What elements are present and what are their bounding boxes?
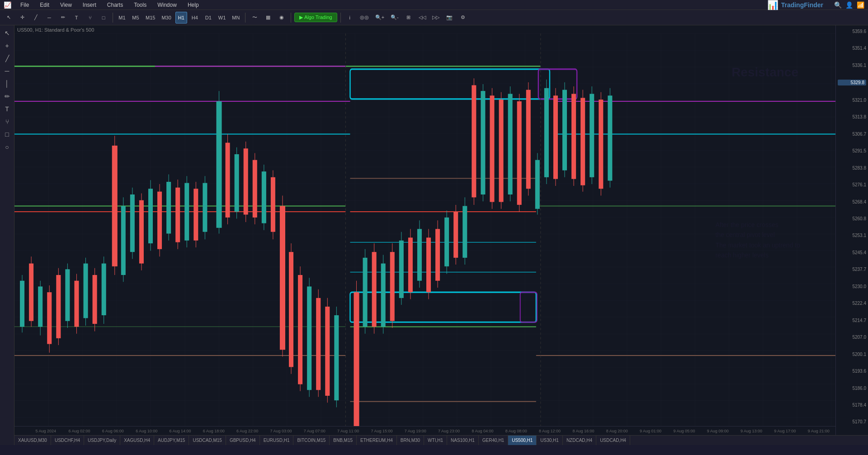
crosshair-tool[interactable]: ✛ [16,12,28,24]
price-5214: 5214.7 [838,318,866,323]
tab-nas100-h1[interactable]: NAS100,H1 [447,436,479,445]
sep1 [113,13,113,23]
hline-tool[interactable]: ─ [43,12,55,24]
tab-bnb-m15[interactable]: BNB,M15 [330,436,357,445]
toolbar: ↖ ✛ ╱ ─ ✏ T ⑂ □ M1 M5 M15 M30 H1 H4 D1 W… [0,10,868,25]
tool-vline[interactable]: │ [1,78,13,90]
objects-btn[interactable]: ◎◎ [358,12,371,24]
tool-crosshair[interactable]: + [1,40,13,52]
time-18: 9 Aug 01:00 [634,429,667,433]
chart-type-toggle[interactable]: ◉ [276,12,288,24]
menu-insert[interactable]: Insert [81,1,98,9]
chart-area[interactable]: Resistance After the price crosses the c… [14,25,835,445]
chart-type-bar[interactable]: ▦ [262,12,274,24]
line-tool[interactable]: ╱ [30,12,42,24]
chart-type-line[interactable]: 〜 [249,12,260,24]
tab-ethereum-h4[interactable]: ETHEREUM,H4 [357,436,397,445]
timeframe-w1[interactable]: W1 [216,12,228,24]
timeframe-h1[interactable]: H1 [175,12,187,24]
tab-xagusd-h4[interactable]: XAGUSD,H4 [120,436,154,445]
play-icon: ▶ [299,14,303,20]
shapes-tool[interactable]: □ [98,12,109,24]
tab-xauusd-m30[interactable]: XAUUSD,M30 [14,436,51,445]
zoom-out-btn[interactable]: 🔍- [388,12,401,24]
algo-trading-button[interactable]: ▶ Algo Trading [294,13,337,22]
time-9: 7 Aug 11:00 [331,429,365,433]
tool-hline[interactable]: ─ [1,65,13,77]
tab-us30-h1[interactable]: US30,H1 [537,436,563,445]
tab-bitcoin-m15[interactable]: BITCOIN,M15 [293,436,330,445]
tab-eurusd-h1[interactable]: EURUSD,H1 [260,436,294,445]
logo-text: TradingFinder [781,1,823,9]
search-icon[interactable]: 🔍 [834,1,842,9]
tab-usdjpy-daily[interactable]: USDJPY,Daily [84,436,120,445]
tab-ger40-h1[interactable]: GER40,H1 [479,436,508,445]
time-16: 8 Aug 16:00 [566,429,600,433]
tabs-bar: XAUUSD,M30 USDCHF,H4 USDJPY,Daily XAGUSD… [14,435,868,445]
time-10: 7 Aug 15:00 [365,429,398,433]
tab-brn-m30[interactable]: BRN,M30 [397,436,424,445]
price-5245: 5245.4 [838,250,866,255]
tab-us500-h1[interactable]: US500,H1 [508,436,537,445]
price-5230: 5230.0 [838,284,866,289]
tool-cursor[interactable]: ↖ [1,27,13,39]
time-4: 6 Aug 14:00 [163,429,197,433]
tab-gbpusd-h4[interactable]: GBPUSD,H4 [226,436,260,445]
tool-line[interactable]: ╱ [1,52,13,64]
tab-usdcad-h4[interactable]: USDCAD,H4 [596,436,630,445]
menu-help[interactable]: Help [186,1,201,9]
time-5: 6 Aug 18:00 [197,429,231,433]
fib-tool[interactable]: ⑂ [84,12,96,24]
signal-icon[interactable]: 📶 [857,1,864,9]
scrollright-btn[interactable]: ▷▷ [430,12,442,24]
tab-usdcad-m15[interactable]: USDCAD,M15 [189,436,226,445]
tab-wti-h1[interactable]: WTI,H1 [424,436,447,445]
menu-file[interactable]: File [19,1,31,9]
time-23: 9 Aug 21:00 [802,429,835,433]
scrollleft-btn[interactable]: ◁◁ [416,12,428,24]
menu-tools[interactable]: Tools [132,1,148,9]
menu-edit[interactable]: Edit [38,1,51,9]
indicators-btn[interactable]: i [344,12,356,24]
time-19: 9 Aug 05:00 [667,429,701,433]
screenshot-btn[interactable]: 📷 [443,12,455,24]
tool-text[interactable]: T [1,103,13,115]
zoom-in-btn[interactable]: 🔍+ [373,12,387,24]
tool-ellipse[interactable]: ○ [1,141,13,153]
tab-audjpy-m15[interactable]: AUDJPY,M15 [154,436,189,445]
tool-pencil[interactable]: ✏ [1,90,13,102]
main-area: ↖ + ╱ ─ │ ✏ T ⑂ □ ○ US500, H1: Standard … [0,25,868,445]
text-tool[interactable]: T [71,12,82,24]
tab-nzdcad-h4[interactable]: NZDCAD,H4 [563,436,596,445]
menu-charts[interactable]: Charts [105,1,125,9]
price-5207: 5207.0 [838,335,866,340]
timeframe-d1[interactable]: D1 [203,12,214,24]
timeframe-m5[interactable]: M5 [130,12,142,24]
time-21: 9 Aug 13:00 [735,429,768,433]
pencil-tool[interactable]: ✏ [57,12,69,24]
timeframe-mn[interactable]: MN [230,12,242,24]
time-8: 7 Aug 07:00 [298,429,331,433]
properties-btn[interactable]: ⚙ [457,12,469,24]
time-11: 7 Aug 19:00 [399,429,432,433]
price-5336: 5336.1 [838,63,866,68]
user-icon[interactable]: 👤 [845,1,853,9]
timeframe-m1[interactable]: M1 [116,12,128,24]
logo-icon: 📊 [767,0,778,10]
menu-window[interactable]: Window [156,1,179,9]
cursor-tool[interactable]: ↖ [3,12,14,24]
time-3: 6 Aug 10:00 [130,429,163,433]
time-1: 6 Aug 02:00 [62,429,96,433]
chart-info-label: US500, H1: Standard & Poor's 500 [17,27,94,33]
grid-btn[interactable]: ⊞ [403,12,415,24]
timeframe-m15[interactable]: M15 [143,12,157,24]
tool-rect[interactable]: □ [1,128,13,140]
price-5186: 5186.0 [838,386,866,391]
tab-usdchf-h4[interactable]: USDCHF,H4 [51,436,84,445]
tool-fib[interactable]: ⑂ [1,116,13,128]
timeframe-h4[interactable]: H4 [189,12,201,24]
price-5253: 5253.1 [838,233,866,238]
menu-view[interactable]: View [58,1,74,9]
price-5178: 5178.4 [838,403,866,408]
timeframe-m30[interactable]: M30 [159,12,173,24]
